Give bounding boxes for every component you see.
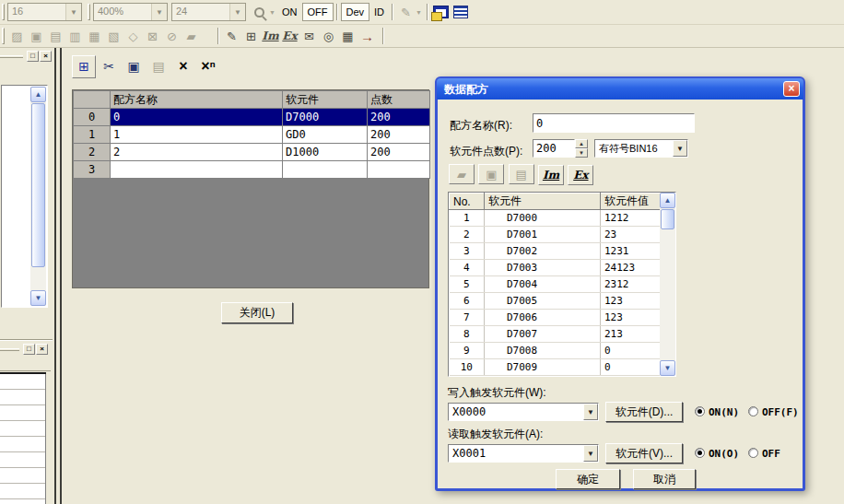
- device-row[interactable]: 6D7005123: [450, 293, 661, 310]
- chevron-down-icon[interactable]: ▼: [65, 4, 81, 20]
- cell-name[interactable]: 1: [111, 126, 283, 144]
- export-button[interactable]: Ex: [568, 165, 593, 185]
- device-row[interactable]: 5D70042312: [450, 276, 661, 293]
- library-icon[interactable]: ▰: [182, 27, 201, 45]
- write-device-button[interactable]: 软元件(D)...: [605, 402, 683, 422]
- recipe-row[interactable]: 2 2 D1000 200: [74, 144, 430, 161]
- sort-l-icon[interactable]: ▦: [85, 27, 104, 45]
- cell-device[interactable]: D7004: [485, 276, 601, 293]
- toolbar-gripper[interactable]: [88, 4, 90, 20]
- device-points-input[interactable]: [533, 139, 575, 158]
- cell-no[interactable]: 4: [450, 260, 485, 276]
- copy-icon[interactable]: ▣: [478, 164, 504, 184]
- cell-device[interactable]: D7000: [283, 109, 368, 126]
- device-row[interactable]: 10D70090: [450, 359, 661, 376]
- write-trigger-combo[interactable]: X0000 ▼: [448, 403, 599, 421]
- preview-window-icon[interactable]: [431, 3, 451, 21]
- chevron-down-icon[interactable]: ▼: [416, 9, 424, 16]
- row-index[interactable]: 1: [74, 126, 111, 144]
- cell-value[interactable]: 123: [601, 293, 661, 310]
- scroll-down-icon[interactable]: ▼: [30, 290, 46, 306]
- chevron-down-icon[interactable]: ▼: [229, 4, 245, 20]
- toolbar-gripper[interactable]: [2, 4, 5, 20]
- dialog-titlebar[interactable]: 数据配方 ×: [437, 78, 803, 100]
- recipe-row[interactable]: 0 0 D7000 200: [74, 109, 430, 126]
- cell-no[interactable]: 10: [450, 359, 485, 376]
- cell-no[interactable]: 5: [450, 276, 485, 293]
- sort-4-icon[interactable]: ▧: [104, 27, 123, 45]
- delete-icon[interactable]: ×: [171, 55, 195, 78]
- scroll-up-icon[interactable]: ▲: [660, 193, 675, 208]
- scrollbar-thumb[interactable]: [31, 103, 45, 267]
- cell-device[interactable]: D7006: [485, 310, 601, 326]
- add-recipe-button[interactable]: ⊞: [72, 55, 96, 78]
- row-index[interactable]: 0: [74, 109, 111, 126]
- forbid-icon[interactable]: ⊘: [162, 27, 182, 45]
- close-window-button[interactable]: 关闭(L): [221, 302, 293, 323]
- insert-row-icon[interactable]: ⊞: [241, 27, 261, 45]
- cell-name[interactable]: [111, 161, 283, 179]
- sort-b-icon[interactable]: ▥: [65, 27, 85, 45]
- row-index[interactable]: 2: [74, 144, 111, 161]
- edit-script-icon[interactable]: ✎: [222, 27, 241, 45]
- panel-close-button[interactable]: ×: [36, 344, 48, 355]
- panel-gripper[interactable]: [0, 348, 19, 351]
- recipe-row[interactable]: 3: [74, 161, 430, 179]
- chevron-down-icon[interactable]: ▼: [673, 140, 687, 157]
- id-view-button[interactable]: ID: [369, 3, 389, 21]
- device-row[interactable]: 2D700123: [450, 227, 661, 243]
- cell-device[interactable]: [283, 161, 368, 179]
- grid-icon[interactable]: ▦: [338, 27, 358, 45]
- paste-icon[interactable]: ▤: [147, 55, 170, 78]
- copy-icon[interactable]: ▣: [122, 55, 146, 78]
- cell-no[interactable]: 7: [450, 310, 485, 326]
- mail-icon[interactable]: ⊠: [143, 27, 162, 45]
- close-icon[interactable]: ×: [783, 81, 800, 97]
- cancel-button[interactable]: 取消: [633, 469, 696, 489]
- device-row[interactable]: 4D700324123: [450, 260, 661, 276]
- row-index[interactable]: 3: [74, 161, 111, 179]
- spin-up-icon[interactable]: ▲: [575, 139, 588, 148]
- cell-value[interactable]: 213: [601, 326, 661, 343]
- find-icon[interactable]: ◎: [319, 27, 338, 45]
- chevron-down-icon[interactable]: ▼: [583, 404, 598, 420]
- cell-no[interactable]: 3: [450, 243, 485, 260]
- cell-no[interactable]: 9: [450, 343, 485, 359]
- size-combo[interactable]: 24 ▼: [171, 3, 246, 21]
- next-arrow-icon[interactable]: →: [358, 27, 377, 45]
- magnifier-icon[interactable]: [250, 3, 269, 21]
- splitter-line[interactable]: [54, 48, 56, 504]
- scroll-up-icon[interactable]: ▲: [30, 87, 46, 102]
- panel-restore-button[interactable]: □: [23, 344, 35, 355]
- panel-restore-button[interactable]: □: [27, 51, 39, 62]
- vertical-scrollbar[interactable]: ▲ ▼: [30, 87, 46, 306]
- cell-points[interactable]: 200: [368, 126, 430, 144]
- cell-name[interactable]: 2: [111, 144, 283, 161]
- read-off-radio[interactable]: [748, 448, 758, 458]
- pen-tool-icon[interactable]: ✎: [396, 3, 416, 21]
- cell-device[interactable]: D7002: [485, 243, 601, 260]
- cell-device[interactable]: GD0: [283, 126, 368, 144]
- paste-icon[interactable]: ▤: [509, 164, 534, 184]
- device-row[interactable]: 7D7006123: [450, 310, 661, 326]
- cell-points[interactable]: 200: [368, 144, 430, 161]
- cell-no[interactable]: 2: [450, 227, 485, 243]
- scrollbar-thumb[interactable]: [661, 209, 674, 229]
- cell-value[interactable]: 23: [601, 227, 661, 243]
- cell-no[interactable]: 6: [450, 293, 485, 310]
- cell-points[interactable]: [368, 161, 430, 179]
- cell-value[interactable]: 123: [601, 310, 661, 326]
- spin-down-icon[interactable]: ▼: [575, 148, 588, 158]
- import-icon[interactable]: Im: [261, 27, 280, 45]
- data-type-combo[interactable]: 有符号BIN16 ▼: [594, 139, 688, 158]
- tag-icon[interactable]: ◇: [123, 27, 143, 45]
- export-icon[interactable]: Ex: [280, 27, 299, 45]
- cell-value[interactable]: 0: [601, 359, 661, 376]
- copy-object-icon[interactable]: ▣: [27, 27, 46, 45]
- cut-icon[interactable]: ✂: [97, 55, 121, 78]
- chevron-down-icon[interactable]: ▼: [151, 4, 167, 20]
- chevron-down-icon[interactable]: ▼: [269, 9, 277, 16]
- device-list-icon[interactable]: [451, 3, 470, 21]
- cell-no[interactable]: 8: [450, 326, 485, 343]
- zoom-combo[interactable]: 400% ▼: [93, 3, 168, 21]
